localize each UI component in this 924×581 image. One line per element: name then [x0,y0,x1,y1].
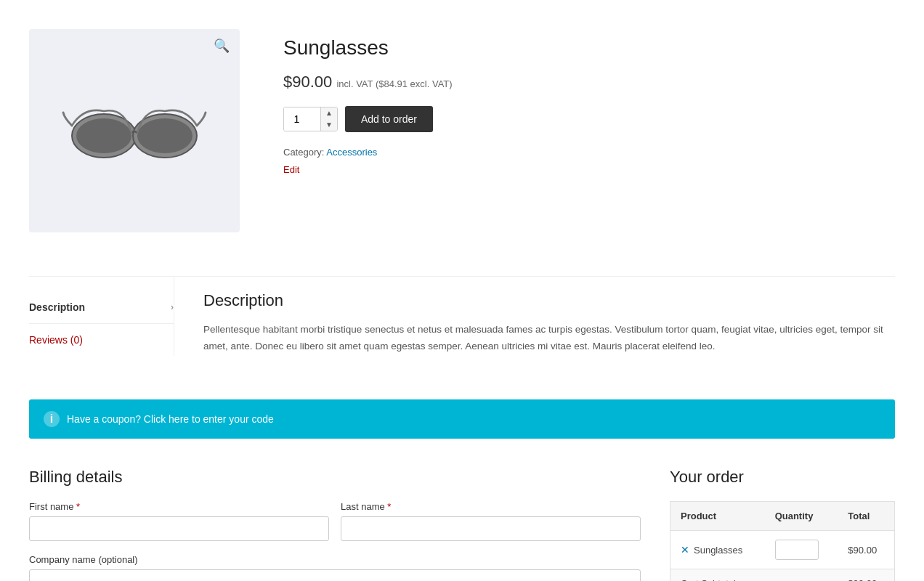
company-input[interactable] [29,569,641,581]
first-name-required: * [76,501,80,512]
product-info: Sunglasses $90.00 incl. VAT ($84.91 excl… [283,29,895,232]
first-name-label: First name * [29,501,329,512]
info-icon: i [44,411,60,427]
order-item-total: $90.00 [838,531,894,569]
tab-reviews-label: Reviews (0) [29,334,83,346]
first-name-input[interactable] [29,516,329,541]
product-image [62,94,207,167]
last-name-label: Last name * [341,501,641,512]
order-item-name-cell: ✕ Sunglasses [670,531,765,569]
quantity-spinners: ▲ ▼ [320,107,337,131]
last-name-group: Last name * [341,501,641,541]
product-section: 🔍 Sunglasses [29,15,895,232]
quantity-add-row: ▲ ▼ Add to order [283,106,895,132]
vat-info: incl. VAT ($84.91 excl. VAT) [336,78,452,89]
quantity-up-button[interactable]: ▲ [321,107,337,119]
tab-content-text: Pellentesque habitant morbi tristique se… [203,322,895,355]
name-row: First name * Last name * [29,501,641,541]
quantity-input[interactable] [284,107,320,131]
order-summary: Your order Product Quantity Total ✕ S [670,468,895,581]
checkout-section: Billing details First name * Last name * [29,468,895,581]
order-qty-input[interactable] [776,542,819,558]
subtotal-row: Cart Subtotal $90.00 [670,569,895,582]
product-title: Sunglasses [283,36,895,60]
order-item-row: ✕ Sunglasses ▲ ▼ [670,531,895,569]
zoom-icon[interactable]: 🔍 [214,38,230,54]
price-value: $90.00 [283,73,332,91]
product-category: Category: Accessories [283,147,895,158]
tab-content-title: Description [203,291,895,310]
tabs-sidebar: Description › Reviews (0) [29,277,174,356]
company-label: Company name (optional) [29,554,641,565]
company-name-group: Company name (optional) [29,554,641,581]
order-item-qty-cell: ▲ ▼ [765,531,838,569]
edit-link[interactable]: Edit [283,164,299,175]
col-quantity-header: Quantity [765,502,838,531]
subtotal-value: $90.00 [838,569,894,582]
order-title: Your order [670,468,895,487]
quantity-down-button[interactable]: ▼ [321,119,337,131]
last-name-required: * [387,501,391,512]
subtotal-qty-cell [765,569,838,582]
category-label: Category: [283,147,324,158]
product-price: $90.00 incl. VAT ($84.91 excl. VAT) [283,73,895,92]
coupon-banner[interactable]: i Have a coupon? Click here to enter you… [29,399,895,439]
billing-details: Billing details First name * Last name * [29,468,641,581]
add-to-order-button[interactable]: Add to order [345,106,433,132]
quantity-input-wrapper: ▲ ▼ [283,107,338,131]
first-name-group: First name * [29,501,329,541]
tabs-content-section: Description › Reviews (0) Description Pe… [29,276,895,356]
tab-reviews[interactable]: Reviews (0) [29,324,174,356]
category-link[interactable]: Accessories [326,147,377,158]
subtotal-label: Cart Subtotal [670,569,765,582]
col-total-header: Total [838,502,894,531]
billing-title: Billing details [29,468,641,487]
coupon-text: Have a coupon? Click here to enter your … [67,413,274,425]
order-table: Product Quantity Total ✕ Sunglasses [670,501,895,581]
col-product-header: Product [670,502,765,531]
page-container: 🔍 Sunglasses [0,0,924,581]
order-item-name: Sunglasses [694,545,742,556]
tab-content-area: Description Pellentesque habitant morbi … [203,277,895,356]
last-name-input[interactable] [341,516,641,541]
remove-item-icon[interactable]: ✕ [681,544,689,556]
chevron-right-icon: › [171,302,174,312]
product-image-wrapper: 🔍 [29,29,240,232]
svg-point-1 [76,118,131,153]
tab-description[interactable]: Description › [29,291,174,324]
svg-point-3 [137,118,192,153]
tab-description-label: Description [29,301,85,313]
